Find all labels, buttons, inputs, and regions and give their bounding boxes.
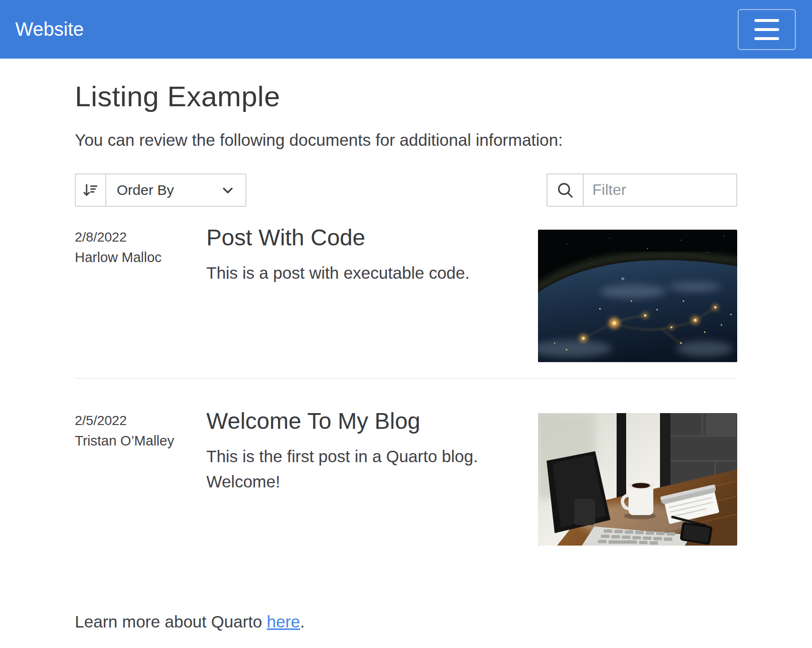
footer-text-before: Learn more about Quarto [75, 612, 267, 631]
order-by-label: Order By [117, 182, 174, 198]
post-body: Post With Code This is a post with execu… [206, 224, 538, 362]
intro-text: You can review the following documents f… [75, 128, 737, 152]
post-body: Welcome To My Blog This is the first pos… [206, 407, 538, 546]
footer-text-after: . [300, 612, 305, 631]
post-row-post-with-code[interactable]: 2/8/2022 Harlow Malloc Post With Code Th… [75, 224, 737, 379]
quarto-link[interactable]: here [267, 612, 300, 631]
post-author: Harlow Malloc [75, 250, 206, 265]
footer-note: Learn more about Quarto here. [75, 612, 737, 631]
post-thumbnail-desk-workspace-image[interactable] [538, 413, 737, 546]
post-description: This is the first post in a Quarto blog.… [206, 444, 527, 494]
listing-controls: Order By [75, 173, 737, 207]
sort-descending-icon [76, 174, 106, 206]
post-meta: 2/8/2022 Harlow Malloc [75, 230, 206, 362]
post-meta: 2/5/2022 Tristan O’Malley [75, 413, 206, 546]
top-navbar: Website [0, 0, 812, 59]
order-by-dropdown[interactable]: Order By [75, 173, 246, 207]
navbar-toggle-button[interactable] [738, 9, 796, 50]
post-row-welcome-to-my-blog[interactable]: 2/5/2022 Tristan O’Malley Welcome To My … [75, 407, 737, 546]
search-icon [548, 174, 584, 206]
page-title: Listing Example [75, 80, 737, 114]
filter-search-box [547, 173, 737, 207]
navbar-brand[interactable]: Website [15, 19, 84, 40]
post-title-link[interactable]: Post With Code [206, 224, 527, 252]
post-thumbnail-earth-night-image[interactable] [538, 230, 737, 362]
chevron-down-icon [220, 182, 236, 198]
filter-input[interactable] [584, 174, 736, 206]
post-title-link[interactable]: Welcome To My Blog [206, 407, 527, 435]
post-author: Tristan O’Malley [75, 433, 206, 449]
post-description: This is a post with executable code. [206, 261, 527, 286]
main-content: Listing Example You can review the follo… [75, 80, 737, 631]
post-date: 2/5/2022 [75, 413, 206, 428]
post-date: 2/8/2022 [75, 230, 206, 245]
